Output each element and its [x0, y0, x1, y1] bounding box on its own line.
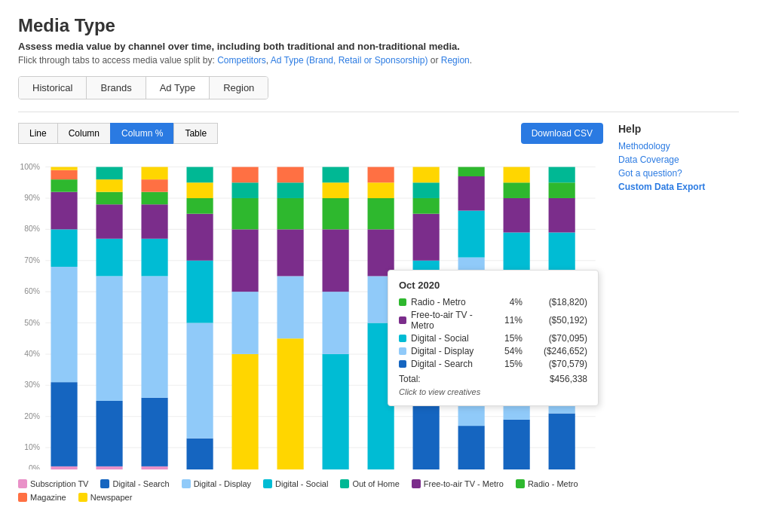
svg-rect-68 — [277, 182, 304, 198]
svg-rect-89 — [413, 198, 440, 214]
svg-text:20%: 20% — [24, 412, 40, 420]
chart-type-column-pct[interactable]: Column % — [110, 123, 174, 144]
legend-item-freetv: Free-to-air TV - Metro — [412, 479, 504, 488]
legend-item-social: Digital - Social — [263, 479, 328, 488]
svg-rect-103 — [504, 182, 530, 198]
legend-label-freetv: Free-to-air TV - Metro — [424, 479, 504, 488]
svg-rect-111 — [549, 167, 575, 183]
svg-rect-40 — [141, 466, 167, 469]
svg-rect-83 — [368, 167, 394, 183]
tab-historical[interactable]: Historical — [19, 77, 87, 99]
bar-apr2020: Apr 2020 — [185, 167, 214, 469]
svg-rect-72 — [323, 292, 349, 354]
legend-dot-social — [263, 479, 272, 488]
svg-rect-87 — [413, 261, 440, 307]
svg-rect-47 — [141, 167, 167, 180]
svg-rect-57 — [231, 354, 258, 469]
legend-dot-newspaper — [78, 493, 87, 502]
svg-rect-80 — [368, 229, 394, 276]
chart-type-buttons: Line Column Column % Table — [18, 123, 217, 144]
legend-label-search: Digital - Search — [112, 479, 169, 488]
competitors-link[interactable]: Competitors — [217, 55, 266, 66]
bar-jan2020: Jan 2020 — [50, 167, 78, 469]
svg-rect-66 — [277, 229, 304, 276]
help-methodology[interactable]: Methodology — [618, 141, 739, 151]
tab-brands[interactable]: Brands — [87, 77, 146, 99]
svg-text:90%: 90% — [24, 194, 40, 202]
svg-text:100%: 100% — [20, 163, 40, 171]
legend-item-search: Digital - Search — [100, 479, 169, 488]
svg-text:80%: 80% — [24, 225, 40, 233]
svg-text:0%: 0% — [29, 464, 40, 469]
help-custom-export[interactable]: Custom Data Export — [618, 182, 739, 192]
stacked-bar-chart: 100% 90% 80% 70% 60% 50% 40% 30% 20% 10%… — [18, 153, 603, 469]
main-tabs: Historical Brands Ad Type Region — [18, 76, 268, 99]
bar-jun2020: Jun 2020 — [276, 167, 305, 469]
legend-label-subtv: Subscription TV — [30, 479, 88, 488]
toolbar: Line Column Column % Table Download CSV — [18, 123, 603, 144]
chart-type-table[interactable]: Table — [173, 123, 218, 144]
svg-rect-104 — [504, 167, 530, 183]
legend-label-newspaper: Newspaper — [90, 493, 133, 502]
svg-rect-74 — [323, 198, 349, 229]
legend-dot-ooh — [340, 479, 349, 488]
help-panel: Help Methodology Data Coverage Got a que… — [618, 123, 739, 502]
help-data-coverage[interactable]: Data Coverage — [618, 154, 739, 165]
svg-rect-64 — [277, 338, 304, 469]
svg-rect-62 — [231, 167, 258, 183]
adtype-link[interactable]: Ad Type (Brand, Retail or Sponsorship) — [271, 55, 428, 66]
legend-dot-freetv — [412, 479, 421, 488]
svg-rect-99 — [504, 420, 530, 469]
svg-rect-93 — [458, 426, 485, 469]
svg-rect-97 — [458, 167, 485, 176]
svg-rect-45 — [141, 192, 167, 205]
bar-mar2020: Mar 2020 — [139, 167, 169, 469]
svg-rect-22 — [51, 466, 77, 469]
legend-item-ooh: Out of Home — [340, 479, 399, 488]
divider — [18, 112, 739, 112]
svg-rect-42 — [141, 276, 167, 397]
svg-rect-91 — [413, 167, 440, 183]
svg-rect-28 — [51, 170, 77, 179]
svg-rect-52 — [186, 214, 213, 261]
svg-rect-88 — [413, 214, 440, 261]
svg-rect-109 — [549, 198, 575, 233]
bar-oct2020: Oct 2020 — [457, 167, 486, 469]
chart-type-column[interactable]: Column — [57, 123, 111, 144]
svg-text:40%: 40% — [24, 350, 40, 358]
svg-rect-65 — [277, 276, 304, 338]
bar-dec2020: Dec 2020 — [547, 167, 577, 469]
svg-rect-75 — [323, 182, 349, 198]
help-got-question[interactable]: Got a question? — [618, 168, 739, 179]
svg-rect-96 — [458, 176, 485, 211]
svg-text:30%: 30% — [24, 381, 40, 389]
svg-rect-90 — [413, 182, 440, 198]
svg-rect-54 — [186, 182, 213, 198]
svg-rect-34 — [96, 239, 122, 277]
tab-adtype[interactable]: Ad Type — [146, 77, 210, 99]
legend-item-magazine: Magazine — [18, 493, 66, 502]
svg-rect-101 — [504, 232, 530, 295]
svg-rect-26 — [51, 192, 77, 230]
svg-rect-76 — [323, 167, 349, 183]
bar-nov2020: Nov 2020 — [501, 167, 532, 469]
chart-main: Line Column Column % Table Download CSV … — [18, 123, 603, 502]
svg-rect-37 — [96, 179, 122, 192]
legend-item-subtv: Subscription TV — [18, 479, 88, 488]
svg-rect-44 — [141, 204, 167, 239]
legend-item-display: Digital - Display — [182, 479, 251, 488]
svg-rect-33 — [96, 276, 122, 401]
svg-rect-51 — [186, 261, 213, 323]
svg-rect-23 — [51, 382, 77, 466]
svg-rect-73 — [323, 229, 349, 292]
chart-type-line[interactable]: Line — [18, 123, 58, 144]
legend-dot-display — [182, 479, 191, 488]
download-csv-button[interactable]: Download CSV — [521, 123, 603, 144]
svg-rect-78 — [368, 323, 394, 469]
svg-rect-50 — [186, 323, 213, 439]
region-link[interactable]: Region — [441, 55, 470, 66]
svg-rect-86 — [413, 307, 440, 401]
svg-rect-24 — [51, 267, 77, 382]
svg-rect-41 — [141, 398, 167, 466]
tab-region[interactable]: Region — [210, 77, 268, 99]
